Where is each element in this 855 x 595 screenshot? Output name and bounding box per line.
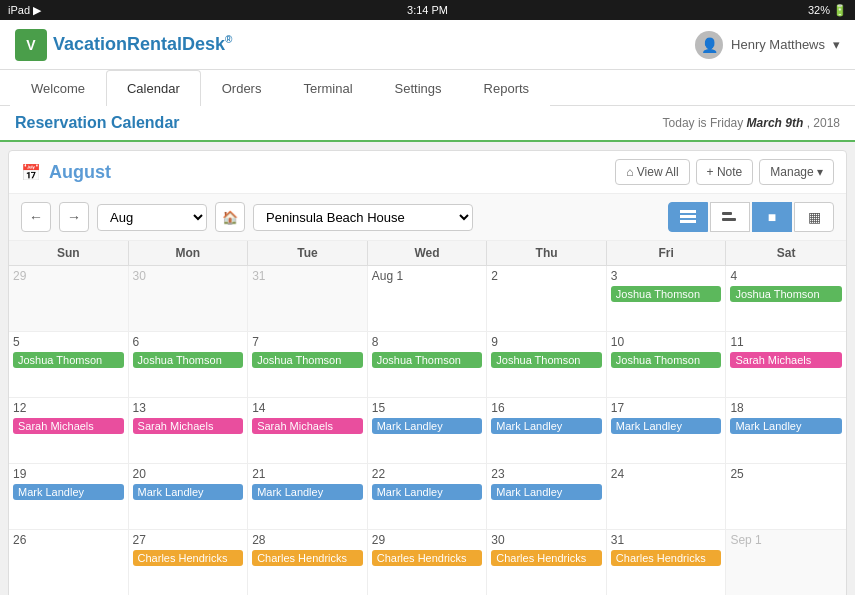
- calendar-event[interactable]: Joshua Thomson: [133, 352, 244, 368]
- calendar-event[interactable]: Sarah Michaels: [252, 418, 363, 434]
- calendar-event[interactable]: Joshua Thomson: [491, 352, 602, 368]
- calendar-event[interactable]: Joshua Thomson: [252, 352, 363, 368]
- day-cell[interactable]: 10Joshua Thomson: [607, 332, 727, 397]
- next-month-button[interactable]: →: [59, 202, 89, 232]
- day-cell[interactable]: 18Mark Landley: [726, 398, 846, 463]
- manage-button[interactable]: Manage ▾: [759, 159, 834, 185]
- day-cell[interactable]: 8Joshua Thomson: [368, 332, 488, 397]
- day-cell[interactable]: 21Mark Landley: [248, 464, 368, 529]
- svg-rect-4: [722, 218, 736, 221]
- day-cell[interactable]: 19Mark Landley: [9, 464, 129, 529]
- home-button[interactable]: 🏠: [215, 202, 245, 232]
- day-cell[interactable]: 17Mark Landley: [607, 398, 727, 463]
- day-cell[interactable]: 30Charles Hendricks: [487, 530, 607, 595]
- day-cell[interactable]: 29Charles Hendricks: [368, 530, 488, 595]
- calendar-event[interactable]: Joshua Thomson: [13, 352, 124, 368]
- day-number: 27: [133, 533, 244, 547]
- calendar-event[interactable]: Joshua Thomson: [730, 286, 842, 302]
- tab-reports[interactable]: Reports: [463, 70, 551, 106]
- view-grid-button[interactable]: ▦: [794, 202, 834, 232]
- day-cell[interactable]: 6Joshua Thomson: [129, 332, 249, 397]
- day-number: 5: [13, 335, 124, 349]
- calendar-event[interactable]: Charles Hendricks: [491, 550, 602, 566]
- day-cell[interactable]: Aug 1: [368, 266, 488, 331]
- day-cell[interactable]: 31: [248, 266, 368, 331]
- day-cell[interactable]: 5Joshua Thomson: [9, 332, 129, 397]
- calendar-event[interactable]: Sarah Michaels: [133, 418, 244, 434]
- property-select[interactable]: Peninsula Beach House: [253, 204, 473, 231]
- prev-month-button[interactable]: ←: [21, 202, 51, 232]
- calendar-event[interactable]: Joshua Thomson: [611, 352, 722, 368]
- calendar-event[interactable]: Mark Landley: [133, 484, 244, 500]
- tab-settings[interactable]: Settings: [374, 70, 463, 106]
- day-header-thu: Thu: [487, 241, 607, 265]
- day-number: 30: [491, 533, 602, 547]
- view-timeline-button[interactable]: [710, 202, 750, 232]
- day-cell[interactable]: 16Mark Landley: [487, 398, 607, 463]
- calendar-event[interactable]: Charles Hendricks: [611, 550, 722, 566]
- logo: V VacationRentalDesk®: [15, 29, 232, 61]
- day-cell[interactable]: 4Joshua Thomson: [726, 266, 846, 331]
- view-all-button[interactable]: ⌂ View All: [615, 159, 689, 185]
- day-cell[interactable]: 30: [129, 266, 249, 331]
- day-cell[interactable]: 3Joshua Thomson: [607, 266, 727, 331]
- view-list-button[interactable]: ■: [752, 202, 792, 232]
- day-number: 16: [491, 401, 602, 415]
- calendar-event[interactable]: Mark Landley: [13, 484, 124, 500]
- day-cell[interactable]: Sep 1: [726, 530, 846, 595]
- day-cell[interactable]: 29: [9, 266, 129, 331]
- calendar-event[interactable]: Sarah Michaels: [730, 352, 842, 368]
- day-cell[interactable]: 14Sarah Michaels: [248, 398, 368, 463]
- day-header-wed: Wed: [368, 241, 488, 265]
- user-info[interactable]: 👤 Henry Matthews ▾: [695, 31, 840, 59]
- day-cell[interactable]: 27Charles Hendricks: [129, 530, 249, 595]
- calendar-event[interactable]: Mark Landley: [730, 418, 842, 434]
- calendar-event[interactable]: Charles Hendricks: [252, 550, 363, 566]
- view-month-button[interactable]: [668, 202, 708, 232]
- user-dropdown-icon[interactable]: ▾: [833, 37, 840, 52]
- day-number: 30: [133, 269, 244, 283]
- day-cell[interactable]: 11Sarah Michaels: [726, 332, 846, 397]
- calendar-event[interactable]: Mark Landley: [491, 484, 602, 500]
- day-cell[interactable]: 28Charles Hendricks: [248, 530, 368, 595]
- day-cell[interactable]: 24: [607, 464, 727, 529]
- day-cell[interactable]: 20Mark Landley: [129, 464, 249, 529]
- day-cell[interactable]: 25: [726, 464, 846, 529]
- day-cell[interactable]: 26: [9, 530, 129, 595]
- day-number: 22: [372, 467, 483, 481]
- day-cell[interactable]: 13Sarah Michaels: [129, 398, 249, 463]
- day-cell[interactable]: 15Mark Landley: [368, 398, 488, 463]
- calendar-event[interactable]: Charles Hendricks: [133, 550, 244, 566]
- day-number: 17: [611, 401, 722, 415]
- day-cell[interactable]: 22Mark Landley: [368, 464, 488, 529]
- calendar-event[interactable]: Sarah Michaels: [13, 418, 124, 434]
- day-cell[interactable]: 23Mark Landley: [487, 464, 607, 529]
- day-cell[interactable]: 2: [487, 266, 607, 331]
- tab-welcome[interactable]: Welcome: [10, 70, 106, 106]
- calendar-event[interactable]: Mark Landley: [611, 418, 722, 434]
- calendar-row: 19Mark Landley20Mark Landley21Mark Landl…: [9, 464, 846, 530]
- calendar-event[interactable]: Mark Landley: [252, 484, 363, 500]
- tab-orders[interactable]: Orders: [201, 70, 283, 106]
- day-number: 18: [730, 401, 842, 415]
- calendar-event[interactable]: Mark Landley: [372, 418, 483, 434]
- calendar-event[interactable]: Joshua Thomson: [372, 352, 483, 368]
- note-button[interactable]: + Note: [696, 159, 754, 185]
- day-number: 19: [13, 467, 124, 481]
- status-right: 32% 🔋: [808, 4, 847, 17]
- day-cell[interactable]: 9Joshua Thomson: [487, 332, 607, 397]
- tab-calendar[interactable]: Calendar: [106, 70, 201, 106]
- day-number: 9: [491, 335, 602, 349]
- calendar-event[interactable]: Mark Landley: [491, 418, 602, 434]
- calendar-rows: 293031Aug 123Joshua Thomson4Joshua Thoms…: [9, 266, 846, 595]
- day-cell[interactable]: 31Charles Hendricks: [607, 530, 727, 595]
- day-cell[interactable]: 7Joshua Thomson: [248, 332, 368, 397]
- calendar-event[interactable]: Mark Landley: [372, 484, 483, 500]
- day-cell[interactable]: 12Sarah Michaels: [9, 398, 129, 463]
- calendar-icon: 📅: [21, 163, 41, 182]
- day-header-sat: Sat: [726, 241, 846, 265]
- calendar-event[interactable]: Joshua Thomson: [611, 286, 722, 302]
- tab-terminal[interactable]: Terminal: [282, 70, 373, 106]
- calendar-event[interactable]: Charles Hendricks: [372, 550, 483, 566]
- month-select[interactable]: Aug: [97, 204, 207, 231]
